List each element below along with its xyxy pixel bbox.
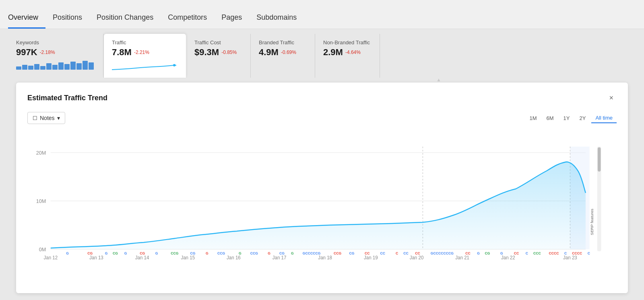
time-btn-1m[interactable]: 1M xyxy=(525,114,541,123)
svg-text:0M: 0M xyxy=(39,246,46,252)
chart-header: Estimated Traffic Trend × xyxy=(27,92,617,104)
svg-text:CC: CC xyxy=(465,251,471,255)
svg-text:CCG: CCG xyxy=(250,251,258,255)
svg-text:CC: CC xyxy=(415,251,420,255)
keywords-label: Keywords xyxy=(16,39,94,46)
svg-text:CCG: CCG xyxy=(334,251,341,255)
svg-text:Jan 21: Jan 21 xyxy=(455,255,469,260)
svg-text:CG: CG xyxy=(113,251,118,255)
svg-text:C: C xyxy=(588,251,590,255)
nav-item-overview[interactable]: Overview xyxy=(8,13,45,29)
non-branded-value: 2.9M -4.64% xyxy=(323,47,370,58)
nav-item-position-changes[interactable]: Position Changes xyxy=(89,13,161,29)
chart-area: 20M 10M 0M Jan 12 Jan 13 Jan xyxy=(27,130,617,283)
svg-text:CG: CG xyxy=(485,251,490,255)
time-btn-1y[interactable]: 1Y xyxy=(559,114,574,123)
traffic-cost-value: $9.3M -0.85% xyxy=(194,47,241,58)
svg-text:G: G xyxy=(66,251,69,255)
svg-text:Jan 19: Jan 19 xyxy=(364,255,378,260)
metric-card-traffic-cost[interactable]: Traffic Cost $9.3M -0.85% xyxy=(186,34,251,78)
svg-text:CCC: CCC xyxy=(533,251,541,255)
non-branded-label: Non-Branded Traffic xyxy=(323,39,370,46)
svg-text:CC: CC xyxy=(380,251,385,255)
keywords-mini-chart xyxy=(16,61,94,72)
svg-text:Jan 17: Jan 17 xyxy=(272,255,287,260)
svg-text:G: G xyxy=(500,251,503,255)
traffic-mini-chart xyxy=(112,61,176,72)
branded-change: -0.69% xyxy=(281,50,296,55)
metrics-bar: Keywords 997K -2.18% Tr xyxy=(0,29,644,78)
svg-text:G: G xyxy=(124,251,127,255)
time-btn-all[interactable]: All time xyxy=(591,113,617,123)
keywords-change: -2.18% xyxy=(40,50,55,55)
close-icon[interactable]: × xyxy=(606,92,617,104)
svg-text:SERP features: SERP features xyxy=(590,209,594,235)
metric-card-non-branded[interactable]: Non-Branded Traffic 2.9M -4.64% xyxy=(315,34,380,78)
nav-item-positions[interactable]: Positions xyxy=(45,13,89,29)
svg-text:20M: 20M xyxy=(36,150,46,156)
chart-controls: ☐ Notes ▾ 1M 6M 1Y 2Y All time xyxy=(27,112,617,124)
svg-text:Jan 23: Jan 23 xyxy=(563,255,577,260)
svg-text:G: G xyxy=(268,251,270,255)
svg-text:CG: CG xyxy=(279,251,285,255)
metric-card-keywords[interactable]: Keywords 997K -2.18% xyxy=(8,34,104,78)
nav-item-competitors[interactable]: Competitors xyxy=(161,13,214,29)
svg-text:G: G xyxy=(477,251,480,255)
notes-icon: ☐ xyxy=(33,115,37,121)
svg-text:10M: 10M xyxy=(36,198,46,204)
traffic-change: -2.21% xyxy=(134,50,149,55)
keywords-value: 997K -2.18% xyxy=(16,47,94,58)
svg-text:Jan 15: Jan 15 xyxy=(181,255,195,260)
svg-text:C: C xyxy=(396,251,398,255)
branded-value: 4.9M -0.69% xyxy=(259,47,305,58)
svg-text:CC: CC xyxy=(403,251,409,255)
svg-text:CG: CG xyxy=(190,251,196,255)
active-card-indicator: ▲ xyxy=(125,78,644,83)
metric-card-branded[interactable]: Branded Traffic 4.9M -0.69% xyxy=(251,34,315,78)
svg-text:G: G xyxy=(206,251,208,255)
svg-text:CCG: CCG xyxy=(217,251,225,255)
svg-text:G: G xyxy=(155,251,158,255)
notes-label: Notes xyxy=(40,115,55,121)
top-navigation: Overview Positions Position Changes Comp… xyxy=(0,0,644,29)
svg-text:CG: CG xyxy=(349,251,354,255)
chart-container: Estimated Traffic Trend × ☐ Notes ▾ 1M 6… xyxy=(16,83,628,293)
branded-label: Branded Traffic xyxy=(259,39,305,46)
traffic-cost-change: -0.85% xyxy=(221,50,237,55)
svg-text:Jan 16: Jan 16 xyxy=(227,255,241,260)
metric-card-traffic[interactable]: Traffic 7.8M -2.21% xyxy=(104,34,186,78)
non-branded-change: -4.64% xyxy=(345,50,361,55)
svg-text:CG: CG xyxy=(140,251,145,255)
svg-rect-60 xyxy=(598,147,601,172)
svg-text:CCCC: CCCC xyxy=(549,251,559,255)
svg-text:CC: CC xyxy=(514,251,519,255)
nav-item-pages[interactable]: Pages xyxy=(214,13,249,29)
svg-text:GCCCCCCCG: GCCCCCCCG xyxy=(431,251,454,255)
svg-text:Jan 20: Jan 20 xyxy=(410,255,424,260)
svg-text:G: G xyxy=(291,251,294,255)
notes-button[interactable]: ☐ Notes ▾ xyxy=(27,112,65,124)
svg-text:G: G xyxy=(105,251,108,255)
svg-text:Jan 13: Jan 13 xyxy=(89,255,103,260)
traffic-label: Traffic xyxy=(112,39,176,46)
traffic-value: 7.8M -2.21% xyxy=(112,47,176,58)
svg-text:CG: CG xyxy=(87,251,93,255)
time-btn-6m[interactable]: 6M xyxy=(543,114,558,123)
svg-text:G: G xyxy=(239,251,242,255)
svg-text:C: C xyxy=(564,251,567,255)
traffic-cost-label: Traffic Cost xyxy=(194,39,241,46)
chevron-down-icon: ▾ xyxy=(57,115,60,121)
svg-text:Jan 18: Jan 18 xyxy=(318,255,332,260)
svg-text:Jan 22: Jan 22 xyxy=(501,255,515,260)
nav-item-subdomains[interactable]: Subdomains xyxy=(249,13,304,29)
svg-text:Jan 12: Jan 12 xyxy=(43,255,58,260)
chart-title: Estimated Traffic Trend xyxy=(27,94,107,102)
svg-text:CCCC: CCCC xyxy=(572,251,582,255)
svg-text:CCG: CCG xyxy=(171,251,178,255)
svg-text:Jan 14: Jan 14 xyxy=(135,255,149,260)
time-btn-2y[interactable]: 2Y xyxy=(575,114,590,123)
svg-text:C: C xyxy=(526,251,528,255)
time-filters: 1M 6M 1Y 2Y All time xyxy=(525,113,617,123)
svg-text:GCCCCCG: GCCCCCG xyxy=(303,251,321,255)
svg-text:CC: CC xyxy=(365,251,370,255)
